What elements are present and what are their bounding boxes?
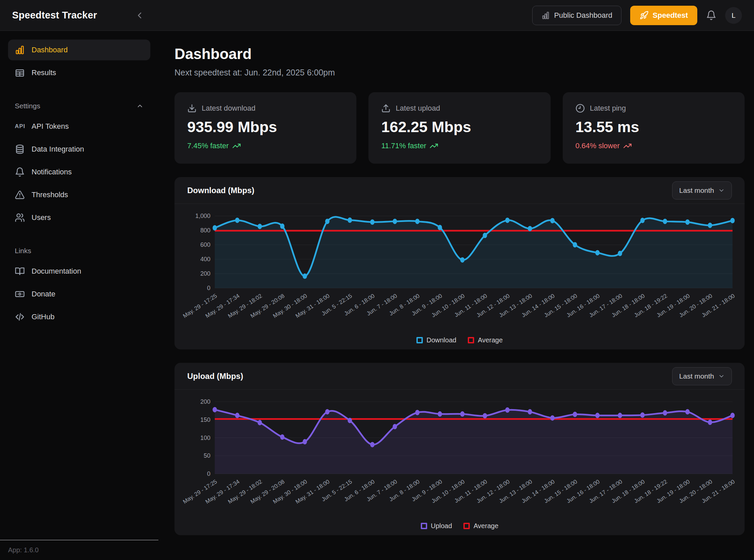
download-icon bbox=[187, 104, 197, 113]
stat-delta: 7.45% faster bbox=[187, 141, 344, 150]
database-icon bbox=[15, 144, 25, 154]
stat-value: 13.55 ms bbox=[576, 118, 732, 136]
upload-chart-card: Upload (Mbps) Last month 050100150200May… bbox=[174, 363, 745, 535]
chart-title: Upload (Mbps) bbox=[187, 372, 243, 381]
sidebar-item-data-integration[interactable]: Data Integration bbox=[8, 139, 150, 160]
sidebar-item-users[interactable]: Users bbox=[8, 207, 150, 228]
stat-delta-text: 7.45% faster bbox=[187, 141, 229, 150]
sidebar-item-label: Results bbox=[32, 68, 56, 77]
latest-ping-card: Latest ping 13.55 ms 0.64% slower bbox=[563, 92, 745, 164]
sidebar-group-label: Settings bbox=[15, 102, 40, 110]
stat-label: Latest download bbox=[202, 104, 255, 113]
average-swatch bbox=[468, 337, 474, 343]
app-version: App: 1.6.0 bbox=[8, 546, 39, 554]
topbar: Speedtest Tracker Public Dashboard Speed… bbox=[0, 0, 754, 31]
legend-item-download[interactable]: Download bbox=[417, 336, 456, 344]
bar-chart-icon bbox=[541, 11, 550, 20]
upload-chart: 050100150200May. 29 - 17:25May. 29 - 17:… bbox=[174, 389, 745, 521]
sidebar-item-label: Notifications bbox=[32, 168, 72, 176]
public-dashboard-button[interactable]: Public Dashboard bbox=[532, 6, 621, 25]
sidebar-item-thresholds[interactable]: Thresholds bbox=[8, 184, 150, 205]
svg-text:600: 600 bbox=[200, 241, 210, 248]
svg-text:0: 0 bbox=[207, 471, 210, 477]
latest-download-card: Latest download 935.99 Mbps 7.45% faster bbox=[174, 92, 356, 164]
sidebar-group-label: Links bbox=[15, 247, 31, 255]
chevron-up-icon bbox=[136, 102, 143, 109]
speedtest-label: Speedtest bbox=[653, 11, 688, 20]
svg-text:200: 200 bbox=[200, 270, 210, 277]
range-label: Last month bbox=[679, 372, 714, 380]
speedtest-button[interactable]: Speedtest bbox=[630, 6, 697, 25]
svg-text:1,000: 1,000 bbox=[195, 213, 210, 219]
legend-label: Download bbox=[426, 336, 456, 344]
svg-text:100: 100 bbox=[200, 435, 210, 441]
stat-delta-text: 11.71% faster bbox=[381, 141, 426, 150]
upload-range-select[interactable]: Last month bbox=[672, 367, 732, 385]
sidebar-item-label: API Tokens bbox=[32, 122, 69, 131]
sidebar-item-label: Data Integration bbox=[32, 145, 84, 154]
sidebar-item-label: GitHub bbox=[32, 313, 54, 321]
sidebar-collapse-button[interactable] bbox=[135, 11, 144, 20]
stat-label: Latest ping bbox=[590, 104, 626, 113]
download-chart: 02004006008001,000May. 29 - 17:25May. 29… bbox=[174, 204, 745, 336]
public-dashboard-label: Public Dashboard bbox=[554, 11, 613, 20]
sidebar-group-links: Links bbox=[15, 247, 143, 255]
rocket-icon bbox=[640, 11, 649, 20]
download-chart-card: Download (Mbps) Last month 0200400600800… bbox=[174, 177, 745, 349]
bell-icon bbox=[706, 10, 716, 20]
trending-up-icon bbox=[623, 141, 632, 150]
svg-text:50: 50 bbox=[204, 452, 210, 459]
trending-up-icon bbox=[232, 141, 241, 150]
avatar[interactable]: L bbox=[725, 7, 742, 24]
sidebar-item-github[interactable]: GitHub bbox=[8, 306, 150, 327]
bell-icon bbox=[15, 167, 25, 177]
sidebar-item-donate[interactable]: Donate bbox=[8, 284, 150, 304]
sidebar-footer: App: 1.6.0 bbox=[0, 540, 158, 560]
legend-label: Average bbox=[478, 336, 503, 344]
main-content: Dashboard Next speedtest at: Jun. 22nd, … bbox=[158, 31, 754, 560]
next-speedtest-text: Next speedtest at: Jun. 22nd, 2025 6:00p… bbox=[174, 68, 745, 78]
svg-text:200: 200 bbox=[200, 398, 210, 405]
chevron-left-icon bbox=[135, 11, 144, 20]
download-swatch bbox=[417, 337, 423, 343]
trending-up-icon bbox=[429, 141, 438, 150]
stat-delta-text: 0.64% slower bbox=[576, 141, 620, 150]
svg-text:150: 150 bbox=[200, 417, 210, 423]
stats-row: Latest download 935.99 Mbps 7.45% faster… bbox=[174, 92, 745, 164]
sidebar-item-api-tokens[interactable]: API API Tokens bbox=[8, 116, 150, 137]
sidebar-item-notifications[interactable]: Notifications bbox=[8, 162, 150, 182]
chevron-down-icon bbox=[718, 187, 725, 194]
notifications-bell-button[interactable] bbox=[706, 10, 716, 20]
svg-text:0: 0 bbox=[207, 285, 210, 292]
sidebar-group-settings[interactable]: Settings bbox=[15, 102, 143, 110]
alert-triangle-icon bbox=[15, 190, 25, 200]
sidebar-item-label: Donate bbox=[32, 290, 55, 298]
book-open-icon bbox=[15, 266, 25, 276]
legend-item-upload[interactable]: Upload bbox=[421, 522, 452, 530]
legend-label: Average bbox=[473, 522, 498, 530]
chart-title: Download (Mbps) bbox=[187, 186, 254, 195]
upload-icon bbox=[381, 104, 391, 113]
stat-delta: 0.64% slower bbox=[576, 141, 732, 150]
bar-chart-icon bbox=[15, 45, 25, 55]
sidebar-item-documentation[interactable]: Documentation bbox=[8, 261, 150, 282]
sidebar-item-label: Dashboard bbox=[32, 46, 68, 54]
legend-item-average[interactable]: Average bbox=[463, 522, 498, 530]
legend-item-average[interactable]: Average bbox=[468, 336, 503, 344]
download-range-select[interactable]: Last month bbox=[672, 181, 732, 200]
latest-upload-card: Latest upload 162.25 Mbps 11.71% faster bbox=[368, 92, 550, 164]
page-title: Dashboard bbox=[174, 46, 745, 62]
banknote-icon bbox=[15, 289, 25, 299]
sidebar-item-label: Thresholds bbox=[32, 191, 68, 199]
stat-value: 935.99 Mbps bbox=[187, 118, 344, 136]
topbar-actions: Public Dashboard Speedtest L bbox=[532, 6, 742, 25]
sidebar-item-label: Users bbox=[32, 213, 51, 222]
sidebar-item-results[interactable]: Results bbox=[8, 62, 150, 83]
stat-value: 162.25 Mbps bbox=[381, 118, 538, 136]
sidebar-item-dashboard[interactable]: Dashboard bbox=[8, 40, 150, 60]
stat-delta: 11.71% faster bbox=[381, 141, 538, 150]
upload-swatch bbox=[421, 523, 427, 529]
table-icon bbox=[15, 68, 25, 78]
range-label: Last month bbox=[679, 186, 714, 195]
api-icon: API bbox=[15, 123, 25, 130]
